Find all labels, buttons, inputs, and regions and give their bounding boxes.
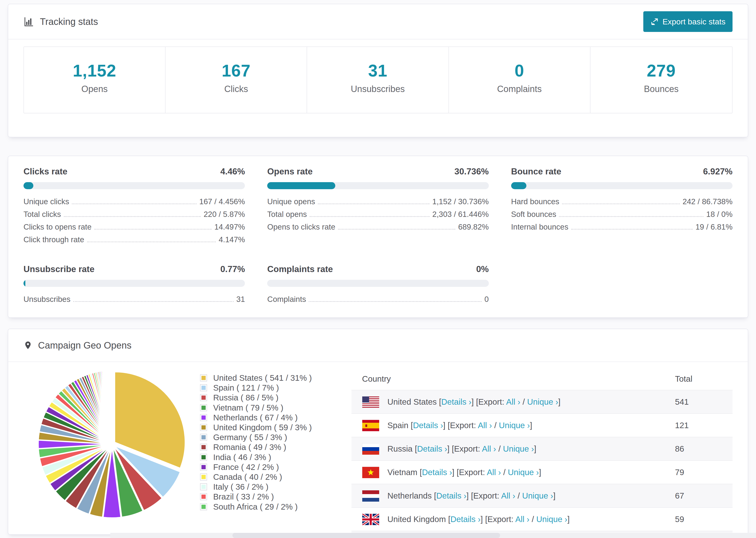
export-button-label: Export basic stats: [663, 17, 726, 26]
stat-row-value: 0: [484, 295, 489, 304]
progress-bar: [24, 182, 245, 189]
dotted-leader: [562, 203, 680, 204]
stat-row-soft-bounces: Soft bounces 18 / 0%: [511, 210, 732, 223]
rate-title: Complaints rate: [267, 264, 333, 274]
export-all-link[interactable]: All ›: [487, 467, 501, 477]
legend-label: Romania ( 49 / 3% ): [213, 443, 286, 452]
dotted-leader: [571, 229, 693, 230]
geo-pie-chart: [24, 368, 190, 521]
bar-chart-icon: [24, 16, 34, 27]
geo-table-row-netherlands: Netherlands [Details ›] [Export: All › /…: [351, 484, 732, 508]
rate-title: Unsubscribe rate: [24, 264, 94, 274]
legend-swatch: [200, 463, 207, 471]
rate-panel-bounce-rate: Bounce rate 6.927% Hard bounces 242 / 86…: [511, 167, 732, 248]
legend-item-romania: Romania ( 49 / 3% ): [200, 442, 339, 452]
horizontal-scrollbar[interactable]: [110, 533, 756, 538]
export-unique-link[interactable]: Unique ›: [508, 467, 539, 477]
geo-table: Country Total United States [Details ›] …: [351, 368, 732, 535]
tracking-stats-title-row: Tracking stats: [24, 16, 98, 27]
pie-legend: United States ( 541 / 31% ) Spain ( 121 …: [200, 373, 339, 512]
rate-panel-clicks-rate: Clicks rate 4.46% Unique clicks 167 / 4.…: [24, 167, 245, 248]
legend-item-france: France ( 42 / 2% ): [200, 462, 339, 472]
legend-item-india: India ( 46 / 3% ): [200, 452, 339, 462]
geo-table-wrap: Country Total United States [Details ›] …: [351, 368, 732, 535]
export-unique-link[interactable]: Unique ›: [527, 397, 558, 406]
export-unique-link[interactable]: Unique ›: [499, 421, 530, 430]
country-total: 67: [665, 484, 732, 508]
stat-row-value: 1,152 / 30.736%: [432, 197, 489, 206]
dotted-leader: [87, 242, 216, 242]
stat-label: Bounces: [590, 84, 732, 94]
export-all-link[interactable]: All ›: [515, 514, 529, 524]
stat-label: Complaints: [449, 84, 590, 94]
geo-table-header-row: Country Total: [351, 368, 732, 390]
country-column-header: Country: [351, 368, 665, 390]
tracking-stats-header: Tracking stats Export basic stats: [8, 4, 748, 39]
details-link[interactable]: Details ›: [417, 444, 447, 453]
legend-item-russia: Russia ( 86 / 5% ): [200, 393, 339, 403]
stat-row-label: Unsubscribes: [24, 295, 71, 304]
rate-title: Opens rate: [267, 167, 312, 177]
progress-bar-fill: [24, 182, 33, 189]
details-link[interactable]: Details ›: [450, 514, 480, 524]
progress-bar-fill: [24, 280, 26, 287]
stat-value: 279: [590, 61, 732, 80]
geo-header: Campaign Geo Opens: [8, 329, 748, 362]
stat-row-label: Hard bounces: [511, 197, 559, 206]
summary-stat-clicks: 167 Clicks: [166, 47, 307, 113]
stat-row-label: Complaints: [267, 295, 306, 304]
stat-row-value: 14.497%: [214, 223, 245, 232]
country-name: United States [: [387, 397, 441, 406]
export-all-link[interactable]: All ›: [501, 491, 515, 500]
flag-ru-icon: [362, 443, 379, 455]
dotted-leader: [94, 229, 212, 230]
details-link[interactable]: Details ›: [441, 397, 471, 406]
stat-row-value: 2,303 / 61.446%: [432, 210, 489, 219]
dotted-leader: [72, 203, 196, 204]
stat-row-value: 689.82%: [458, 223, 489, 232]
legend-item-south-africa: South Africa ( 29 / 2% ): [200, 502, 339, 511]
rate-title: Clicks rate: [24, 167, 67, 177]
rate-value: 6.927%: [703, 167, 732, 177]
country-name: United Kingdom [: [387, 514, 450, 524]
legend-label: Brazil ( 33 / 2% ): [213, 492, 274, 501]
summary-stat-bounces: 279 Bounces: [590, 47, 732, 113]
export-unique-link[interactable]: Unique ›: [536, 514, 567, 524]
stat-row-label: Opens to clicks rate: [267, 223, 335, 232]
country-name: Spain [: [387, 421, 413, 430]
country-name: Vietnam [: [387, 467, 422, 477]
legend-swatch: [200, 424, 207, 431]
dotted-leader: [310, 216, 429, 217]
legend-swatch: [200, 444, 207, 451]
stat-row-internal-bounces: Internal bounces 19 / 6.81%: [511, 223, 732, 235]
details-link[interactable]: Details ›: [413, 421, 443, 430]
legend-label: Netherlands ( 67 / 4% ): [213, 413, 298, 422]
progress-bar: [267, 280, 489, 287]
legend-item-united-states: United States ( 541 / 31% ): [200, 373, 339, 383]
stat-value: 31: [307, 61, 448, 80]
stat-row-value: 31: [237, 295, 245, 304]
export-basic-stats-button[interactable]: Export basic stats: [643, 11, 732, 32]
flag-gb-icon: [362, 513, 379, 525]
export-unique-link[interactable]: Unique ›: [503, 444, 534, 453]
geo-title-row: Campaign Geo Opens: [24, 340, 132, 351]
legend-swatch: [200, 384, 207, 391]
stat-row-label: Click through rate: [24, 235, 84, 244]
campaign-geo-opens-card: Campaign Geo Opens United States ( 541 /…: [8, 329, 748, 535]
legend-item-italy: Italy ( 36 / 2% ): [200, 482, 339, 492]
progress-bar: [511, 182, 732, 189]
stat-row-opens-to-clicks-rate: Opens to clicks rate 689.82%: [267, 223, 489, 235]
legend-label: Canada ( 40 / 2% ): [213, 472, 282, 482]
horizontal-scrollbar-thumb[interactable]: [233, 533, 500, 538]
rate-value: 0%: [476, 264, 489, 274]
details-link[interactable]: Details ›: [436, 491, 466, 500]
details-link[interactable]: Details ›: [422, 467, 452, 477]
export-all-link[interactable]: All ›: [482, 444, 496, 453]
export-all-link[interactable]: All ›: [506, 397, 520, 406]
export-unique-link[interactable]: Unique ›: [522, 491, 553, 500]
legend-label: United States ( 541 / 31% ): [213, 373, 312, 383]
export-all-link[interactable]: All ›: [478, 421, 492, 430]
dotted-leader: [318, 203, 429, 204]
legend-item-spain: Spain ( 121 / 7% ): [200, 383, 339, 393]
stat-row-value: 167 / 4.456%: [199, 197, 245, 206]
